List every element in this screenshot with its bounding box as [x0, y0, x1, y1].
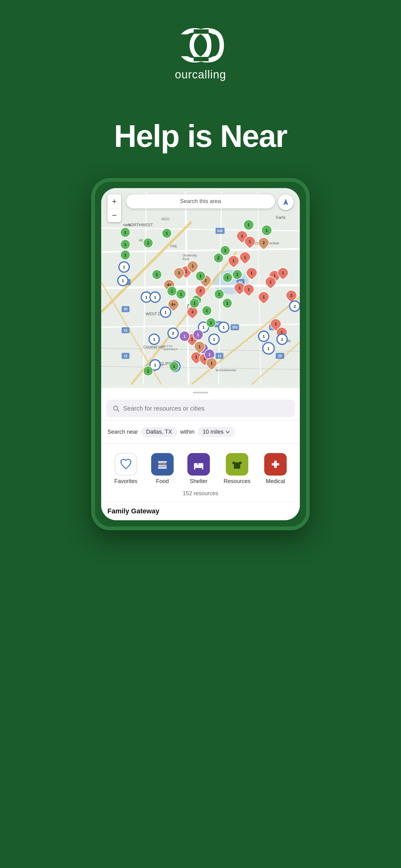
resources-count: 152 resources: [101, 488, 300, 502]
svg-text:1: 1: [173, 364, 175, 369]
svg-line-9: [101, 228, 300, 231]
search-icon: [112, 405, 120, 412]
svg-text:ch: ch: [123, 227, 126, 231]
chevron-down-icon: [226, 430, 230, 434]
svg-text:4+: 4+: [171, 303, 175, 307]
svg-text:Park: Park: [182, 257, 189, 261]
svg-point-116: [161, 307, 171, 317]
map-location-button[interactable]: [278, 194, 294, 210]
svg-text:1: 1: [233, 259, 235, 263]
svg-line-21: [252, 342, 300, 384]
map-area[interactable]: 187 12 12 80 20 30 635 352 352 12: [101, 188, 300, 388]
distance-value: 10 miles: [203, 429, 224, 435]
bottom-panel: Search near Dallas, TX within 10 miles: [101, 392, 300, 520]
svg-text:30: 30: [124, 307, 127, 311]
svg-text:80: 80: [239, 280, 242, 284]
location-divider: [101, 443, 300, 444]
svg-text:1: 1: [195, 355, 197, 359]
svg-rect-6: [101, 192, 300, 384]
svg-text:1: 1: [281, 330, 283, 335]
svg-text:1: 1: [241, 234, 243, 239]
svg-text:1: 1: [244, 255, 246, 260]
svg-text:HILLS: HILLS: [139, 239, 148, 242]
shelter-icon: [188, 453, 210, 475]
zoom-in-button[interactable]: +: [107, 194, 121, 208]
category-row: Favorites Food: [101, 447, 300, 488]
svg-text:1: 1: [123, 265, 125, 269]
svg-text:2: 2: [218, 256, 220, 260]
svg-point-156: [167, 286, 177, 296]
svg-text:1: 1: [156, 273, 158, 277]
distance-chip[interactable]: 10 miles: [198, 427, 235, 437]
shelter-label: Shelter: [190, 478, 207, 485]
logo-text: ourcalling: [175, 68, 226, 81]
svg-text:1: 1: [202, 325, 205, 330]
svg-rect-31: [276, 353, 284, 359]
svg-text:1: 1: [191, 337, 193, 342]
svg-point-158: [176, 289, 186, 299]
svg-point-126: [259, 331, 269, 342]
category-favorites[interactable]: Favorites: [114, 453, 137, 485]
svg-point-162: [190, 299, 199, 308]
svg-point-136: [170, 361, 180, 372]
svg-point-114: [150, 292, 160, 303]
svg-text:1: 1: [154, 295, 156, 300]
svg-text:352: 352: [232, 325, 238, 329]
svg-rect-194: [272, 463, 279, 466]
svg-point-110: [118, 276, 128, 286]
map-search-bar[interactable]: Search this area: [126, 194, 275, 208]
svg-text:Garla: Garla: [276, 215, 286, 220]
svg-point-146: [205, 349, 215, 360]
svg-point-108: [119, 262, 129, 272]
svg-text:2: 2: [263, 241, 265, 245]
svg-text:45: 45: [216, 322, 220, 326]
svg-text:1: 1: [263, 334, 265, 339]
svg-text:1: 1: [236, 273, 238, 277]
svg-rect-186: [158, 465, 167, 466]
category-shelter[interactable]: Shelter: [188, 453, 210, 485]
svg-point-112: [141, 292, 152, 303]
svg-point-160: [196, 271, 205, 281]
map-zoom-controls[interactable]: + −: [107, 194, 121, 222]
svg-line-14: [143, 192, 146, 384]
svg-point-78: [232, 270, 242, 279]
svg-text:NORTHWEST: NORTHWEST: [128, 223, 153, 227]
first-result[interactable]: Family Gateway: [101, 502, 300, 520]
svg-line-19: [131, 252, 236, 384]
svg-text:1: 1: [124, 230, 127, 235]
svg-rect-187: [158, 467, 167, 469]
svg-text:1: 1: [248, 287, 250, 292]
svg-text:12: 12: [124, 329, 127, 332]
food-icon: [151, 453, 174, 475]
city-chip[interactable]: Dallas, TX: [141, 427, 177, 437]
scroll-indicator: [193, 392, 208, 393]
svg-rect-192: [202, 468, 203, 470]
svg-point-140: [179, 331, 190, 342]
category-medical[interactable]: Medical: [264, 453, 287, 485]
svg-text:1: 1: [263, 295, 265, 299]
search-input[interactable]: [123, 405, 289, 412]
svg-rect-25: [122, 327, 130, 333]
svg-text:1: 1: [199, 345, 201, 349]
svg-text:Da: Da: [187, 303, 196, 310]
svg-point-142: [193, 330, 203, 340]
svg-line-20: [192, 297, 300, 384]
svg-text:1: 1: [180, 292, 182, 297]
zoom-out-button[interactable]: −: [107, 208, 121, 222]
svg-line-12: [101, 348, 300, 351]
svg-text:1: 1: [197, 333, 199, 337]
category-food[interactable]: Food: [151, 453, 174, 485]
svg-point-176: [121, 227, 130, 237]
hero-title: Help is Near: [114, 119, 287, 153]
svg-rect-39: [269, 324, 278, 330]
svg-point-70: [213, 253, 223, 263]
svg-point-174: [121, 250, 130, 260]
svg-point-118: [168, 328, 178, 338]
svg-text:CED: CED: [149, 368, 156, 372]
svg-point-124: [219, 322, 229, 333]
svg-point-144: [198, 343, 208, 353]
search-bar-bottom[interactable]: [106, 400, 295, 417]
svg-text:DISTRICT: DISTRICT: [164, 347, 178, 351]
category-resources[interactable]: Resources: [224, 453, 250, 485]
favorites-icon: [114, 453, 137, 475]
